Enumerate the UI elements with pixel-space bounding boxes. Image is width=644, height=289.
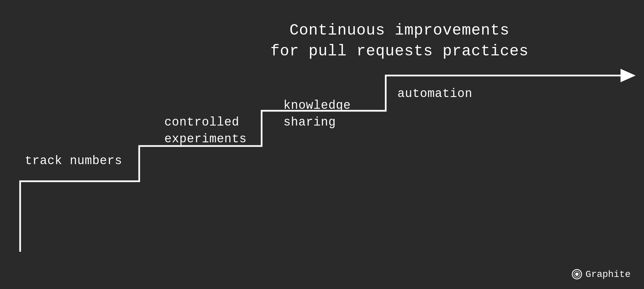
graphite-branding: Graphite [572, 269, 631, 280]
graphite-icon [572, 269, 582, 280]
label-knowledge-sharing: knowledge sharing [283, 97, 351, 131]
label-track-numbers: track numbers [25, 153, 122, 170]
label-automation: automation [397, 86, 472, 102]
arrow-head [621, 69, 636, 82]
label-controlled-experiments: controlled experiments [164, 114, 247, 148]
graphite-name: Graphite [586, 269, 631, 280]
svg-point-1 [575, 273, 579, 276]
staircase-diagram [0, 0, 644, 289]
